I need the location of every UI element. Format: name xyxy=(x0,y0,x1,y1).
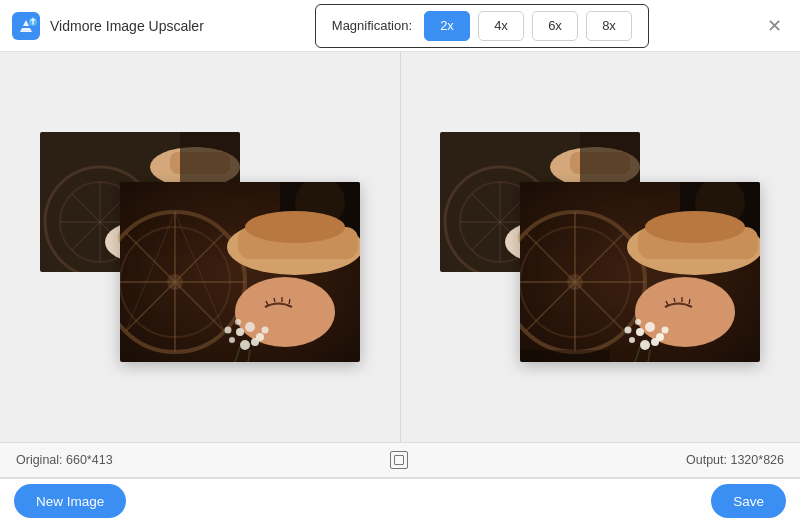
compare-icon-inner xyxy=(394,455,404,465)
magnification-bar: Magnification: 2x 4x 6x 8x xyxy=(315,4,649,48)
svg-point-83 xyxy=(640,340,650,350)
original-panel xyxy=(0,52,400,442)
output-panel xyxy=(401,52,801,442)
svg-point-82 xyxy=(629,337,635,343)
svg-point-38 xyxy=(245,322,255,332)
new-image-button[interactable]: New Image xyxy=(14,484,126,518)
svg-rect-90 xyxy=(520,350,610,362)
original-resolution: Original: 660*413 xyxy=(16,453,113,467)
svg-point-86 xyxy=(635,319,641,325)
svg-point-32 xyxy=(235,277,335,347)
svg-point-37 xyxy=(236,328,244,336)
mag-4x-button[interactable]: 4x xyxy=(478,11,524,41)
svg-rect-2 xyxy=(22,26,30,28)
svg-point-73 xyxy=(645,211,745,243)
app-branding: Vidmore Image Upscaler xyxy=(12,12,204,40)
app-title: Vidmore Image Upscaler xyxy=(50,18,204,34)
compare-icon[interactable] xyxy=(390,451,408,469)
svg-point-79 xyxy=(636,328,644,336)
svg-point-87 xyxy=(662,327,669,334)
svg-point-41 xyxy=(240,340,250,350)
svg-point-45 xyxy=(261,327,268,334)
svg-point-31 xyxy=(245,211,345,243)
close-button[interactable]: ✕ xyxy=(760,12,788,40)
svg-point-40 xyxy=(229,337,235,343)
mag-6x-button[interactable]: 6x xyxy=(532,11,578,41)
bottom-bar: New Image Save xyxy=(0,478,800,523)
svg-point-84 xyxy=(651,338,659,346)
svg-point-44 xyxy=(235,319,241,325)
mag-2x-button[interactable]: 2x xyxy=(424,11,470,41)
app-icon xyxy=(12,12,40,40)
output-image-composite xyxy=(440,132,760,362)
titlebar: Vidmore Image Upscaler Magnification: 2x… xyxy=(0,0,800,52)
output-image-front xyxy=(520,182,760,362)
save-button[interactable]: Save xyxy=(711,484,786,518)
svg-point-42 xyxy=(251,338,259,346)
original-image-composite xyxy=(40,132,360,362)
svg-point-43 xyxy=(224,327,231,334)
status-bar: Original: 660*413 Output: 1320*826 xyxy=(0,442,800,478)
original-image-front xyxy=(120,182,360,362)
svg-point-80 xyxy=(645,322,655,332)
magnification-label: Magnification: xyxy=(332,18,412,33)
svg-point-85 xyxy=(625,327,632,334)
mag-8x-button[interactable]: 8x xyxy=(586,11,632,41)
svg-point-74 xyxy=(635,277,735,347)
output-resolution: Output: 1320*826 xyxy=(686,453,784,467)
main-content xyxy=(0,52,800,442)
